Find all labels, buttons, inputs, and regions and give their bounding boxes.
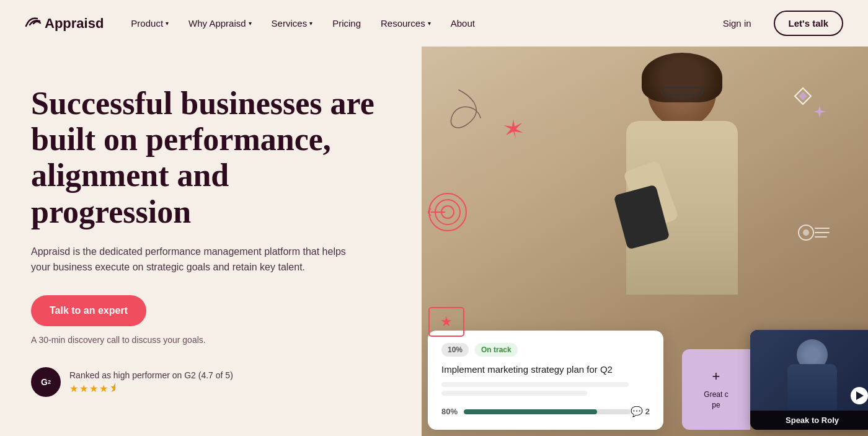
- main-content: Successful businesses are built on perfo…: [0, 47, 868, 436]
- purple-panel-text: Great cpe: [704, 389, 728, 411]
- progress-line-1: [441, 382, 629, 387]
- progress-bar-fill: [464, 409, 597, 414]
- star-2: ★: [79, 383, 88, 394]
- g2-info: Ranked as high performer on G2 (4.7 of 5…: [69, 370, 233, 394]
- discovery-text: A 30-min discovery call to discuss your …: [31, 335, 391, 345]
- ontrack-badge: On track: [475, 343, 518, 357]
- g2-stars: ★ ★ ★ ★ ⯨: [69, 383, 233, 394]
- progress-comments: 💬 2: [631, 406, 650, 417]
- logo-text: Appraisd: [45, 16, 104, 32]
- progress-card-title: Implement marketing strategy plan for Q2: [441, 364, 650, 375]
- header: Appraisd Product ▾ Why Appraisd ▾ Servic…: [0, 0, 868, 47]
- lets-talk-button[interactable]: Let's talk: [774, 11, 843, 36]
- progress-card: 10% On track Implement marketing strateg…: [428, 331, 663, 430]
- deco-diamond-icon: [794, 87, 812, 108]
- plus-icon: +: [712, 368, 720, 385]
- video-person-body: [787, 364, 837, 411]
- deco-star-left: [502, 118, 525, 143]
- g2-logo-icon: G2: [31, 367, 61, 397]
- video-play-button[interactable]: [851, 387, 868, 404]
- progress-value-label: 80%: [441, 407, 458, 416]
- logo-icon: [25, 15, 41, 32]
- hero-title: Successful businesses are built on perfo…: [31, 86, 391, 230]
- chevron-down-icon: ▾: [249, 20, 252, 27]
- speak-label: Speak to Roly: [750, 411, 868, 430]
- nav-item-services[interactable]: Services ▾: [263, 13, 322, 33]
- star-3: ★: [89, 383, 98, 394]
- nav-item-pricing[interactable]: Pricing: [324, 13, 370, 33]
- nav-item-product[interactable]: Product ▾: [122, 13, 177, 33]
- progress-lines: [441, 382, 650, 396]
- svg-text:★: ★: [440, 314, 453, 329]
- comments-count: 2: [645, 407, 650, 416]
- chevron-down-icon: ▾: [166, 20, 169, 27]
- progress-bar-row: 80% 💬 2: [441, 406, 650, 417]
- talk-to-expert-button[interactable]: Talk to an expert: [31, 295, 146, 326]
- video-widget[interactable]: Speak to Roly: [750, 330, 868, 430]
- nav-item-why-appraisd[interactable]: Why Appraisd ▾: [180, 13, 260, 33]
- svg-point-9: [803, 229, 809, 236]
- purple-panel: + Great cpe: [682, 349, 750, 430]
- progress-bar-wrap: 80%: [441, 407, 631, 416]
- person-glasses: [660, 87, 704, 96]
- video-thumbnail: [750, 330, 868, 411]
- star-5-half: ⯨: [109, 383, 119, 394]
- percent-badge: 10%: [441, 343, 469, 357]
- deco-progress-icon: [797, 217, 831, 251]
- progress-bar-track: [464, 409, 631, 414]
- hero-right-section: ★ 10% On track Implement marketing strat…: [422, 47, 868, 436]
- chevron-down-icon: ▾: [309, 20, 312, 27]
- comment-icon: 💬: [631, 406, 643, 417]
- signin-button[interactable]: Sign in: [711, 12, 764, 35]
- nav-item-resources[interactable]: Resources ▾: [372, 13, 440, 33]
- star-1: ★: [69, 383, 78, 394]
- nav-item-about[interactable]: About: [442, 13, 484, 33]
- star-4: ★: [99, 383, 108, 394]
- logo[interactable]: Appraisd: [25, 15, 104, 32]
- g2-label: Ranked as high performer on G2 (4.7 of 5…: [69, 370, 233, 380]
- deco-target-icon: [428, 192, 468, 235]
- hero-subtitle: Appraisd is the dedicated performance ma…: [31, 244, 353, 275]
- deco-spark-icon: [813, 105, 826, 120]
- play-triangle-icon: [856, 391, 864, 400]
- progress-card-header: 10% On track: [441, 343, 650, 357]
- deco-star-card: ★: [428, 306, 465, 340]
- g2-badge: G2 Ranked as high performer on G2 (4.7 o…: [31, 367, 391, 397]
- chevron-down-icon: ▾: [428, 20, 431, 27]
- nav: Product ▾ Why Appraisd ▾ Services ▾ Pric…: [122, 13, 710, 33]
- header-actions: Sign in Let's talk: [711, 11, 843, 36]
- hero-section: Successful businesses are built on perfo…: [0, 47, 422, 436]
- progress-line-2: [441, 391, 587, 396]
